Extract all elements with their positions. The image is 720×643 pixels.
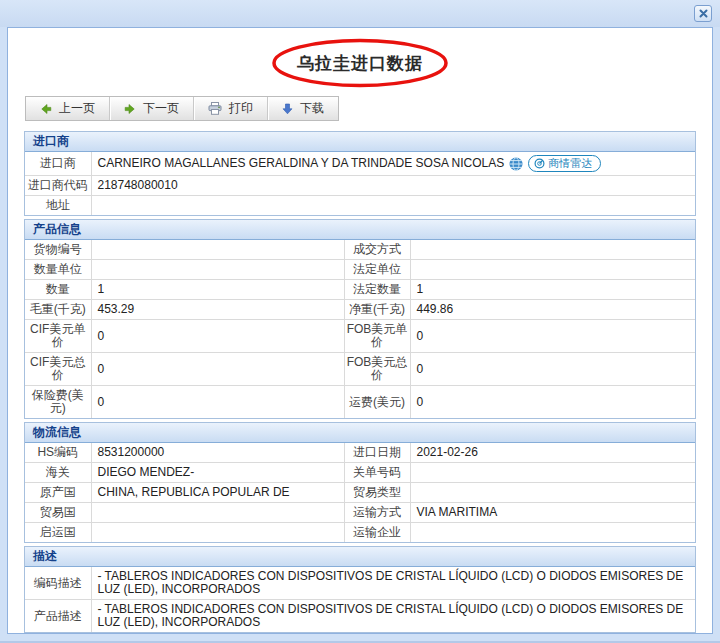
field-value: 0 [410,386,695,419]
field-value: 1 [410,280,695,300]
field-value [410,483,695,503]
field-label: 原产国 [25,483,91,503]
field-label: 货物编号 [25,240,91,260]
field-label: 启运国 [25,523,91,543]
section-description-header: 描述 [25,547,695,567]
product-table: 货物编号 成交方式 数量单位 法定单位 数量 1 法定数量 1 [25,240,695,418]
prev-page-label: 上一页 [59,100,95,117]
field-label: 运输企业 [344,523,410,543]
field-label: 法定数量 [344,280,410,300]
field-label: 法定单位 [344,260,410,280]
prev-page-button[interactable]: 上一页 [26,97,109,120]
field-value [410,523,695,543]
description-table: 编码描述 - TABLEROS INDICADORES CON DISPOSIT… [25,567,695,632]
field-label: 进口商 [25,152,91,176]
business-radar-label: 商情雷达 [548,157,592,170]
field-label: 数量 [25,280,91,300]
table-row: 启运国 运输企业 [25,523,695,543]
field-value: - TABLEROS INDICADORES CON DISPOSITIVOS … [91,567,695,600]
download-button[interactable]: 下载 [267,97,338,120]
field-label: 贸易国 [25,503,91,523]
section-importer-header: 进口商 [25,132,695,152]
field-label: 运输方式 [344,503,410,523]
table-row: 保险费(美元) 0 运费(美元) 0 [25,386,695,419]
field-value: 218748080010 [91,176,695,196]
table-row: CIF美元总价 0 FOB美元总价 0 [25,353,695,386]
field-label: 毛重(千克) [25,300,91,320]
radar-icon [534,158,545,169]
table-row: 地址 [25,196,695,216]
table-row: 毛重(千克) 453.29 净重(千克) 449.86 [25,300,695,320]
print-label: 打印 [229,100,253,117]
window-titlebar [0,0,720,27]
field-value: 1 [91,280,344,300]
field-value: CARNEIRO MAGALLANES GERALDINA Y DA TRIND… [91,152,695,176]
section-logistics: 物流信息 HS编码 8531200000 进口日期 2021-02-26 海关 … [24,422,696,543]
field-value: 0 [91,386,344,419]
main-panel: 乌拉圭进口数据 上一页 下一页 打印 [7,27,713,634]
importer-name: CARNEIRO MAGALLANES GERALDINA Y DA TRIND… [98,157,505,170]
field-value [91,260,344,280]
section-description: 描述 编码描述 - TABLEROS INDICADORES CON DISPO… [24,546,696,633]
section-product-header: 产品信息 [25,220,695,240]
table-row: 海关 DIEGO MENDEZ- 关单号码 [25,463,695,483]
field-label: 成交方式 [344,240,410,260]
field-label: CIF美元总价 [25,353,91,386]
field-value: 453.29 [91,300,344,320]
field-value [410,463,695,483]
close-icon [699,9,708,18]
importer-table: 进口商 CARNEIRO MAGALLANES GERALDINA Y DA T… [25,152,695,215]
field-value: 8531200000 [91,443,344,463]
field-value: 0 [410,320,695,353]
table-row: 货物编号 成交方式 [25,240,695,260]
section-logistics-header: 物流信息 [25,423,695,443]
field-value: 0 [91,320,344,353]
table-row: 进口商代码 218748080010 [25,176,695,196]
field-label: CIF美元单价 [25,320,91,353]
field-label: 地址 [25,196,91,216]
field-label: FOB美元总价 [344,353,410,386]
field-label: 保险费(美元) [25,386,91,419]
table-row: 数量 1 法定数量 1 [25,280,695,300]
toolbar: 上一页 下一页 打印 下载 [25,96,339,121]
field-value [91,523,344,543]
field-label: 关单号码 [344,463,410,483]
printer-icon [208,102,222,115]
table-row: 产品描述 - TABLEROS INDICADORES CON DISPOSIT… [25,600,695,633]
field-value: 0 [410,353,695,386]
table-row: 贸易国 运输方式 VIA MARITIMA [25,503,695,523]
table-row: 数量单位 法定单位 [25,260,695,280]
field-value [410,260,695,280]
section-importer: 进口商 进口商 CARNEIRO MAGALLANES GERALDINA Y … [24,131,696,216]
field-label: FOB美元单价 [344,320,410,353]
field-value [410,240,695,260]
next-page-label: 下一页 [143,100,179,117]
field-label: 贸易类型 [344,483,410,503]
close-button[interactable] [694,5,712,22]
page-title-wrap: 乌拉圭进口数据 [250,40,470,86]
print-button[interactable]: 打印 [193,97,267,120]
field-value [91,240,344,260]
logistics-table: HS编码 8531200000 进口日期 2021-02-26 海关 DIEGO… [25,443,695,542]
field-label: 运费(美元) [344,386,410,419]
field-label: 净重(千克) [344,300,410,320]
arrow-right-icon [124,103,136,115]
field-value: DIEGO MENDEZ- [91,463,344,483]
download-label: 下载 [300,100,324,117]
field-label: 产品描述 [25,600,91,633]
arrow-down-icon [282,103,293,115]
arrow-left-icon [40,103,52,115]
table-row: CIF美元单价 0 FOB美元单价 0 [25,320,695,353]
section-product: 产品信息 货物编号 成交方式 数量单位 法定单位 数量 1 [24,219,696,419]
business-radar-badge[interactable]: 商情雷达 [528,155,601,172]
field-label: HS编码 [25,443,91,463]
field-label: 编码描述 [25,567,91,600]
next-page-button[interactable]: 下一页 [109,97,193,120]
field-label: 进口日期 [344,443,410,463]
field-value: 0 [91,353,344,386]
field-value: CHINA, REPUBLICA POPULAR DE [91,483,344,503]
globe-icon[interactable] [509,157,523,171]
field-value: - TABLEROS INDICADORES CON DISPOSITIVOS … [91,600,695,633]
field-label: 进口商代码 [25,176,91,196]
table-row: 进口商 CARNEIRO MAGALLANES GERALDINA Y DA T… [25,152,695,176]
